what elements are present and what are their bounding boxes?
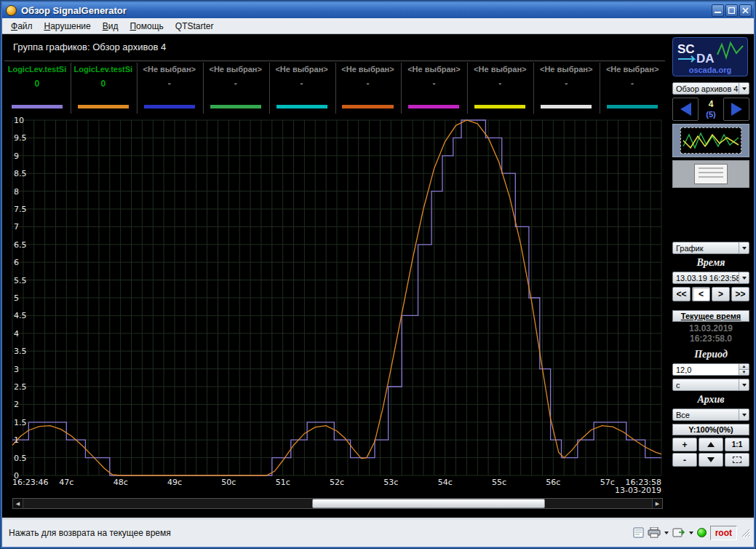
legend-parameter[interactable]: <Не выбран>- [335,63,401,114]
archive-combo[interactable]: Все [672,408,749,421]
menu-qtstarter[interactable]: QTStarter [170,19,220,33]
scroll-right-icon[interactable]: ▶ [652,499,662,508]
pan-up-button[interactable] [699,438,723,451]
period-spinbox[interactable]: 12,0 ▲ ▼ [672,363,749,376]
maximize-button[interactable] [725,4,738,17]
print-dropdown-icon[interactable] [664,532,669,537]
svg-text:6: 6 [14,258,19,267]
chart-horizontal-scrollbar[interactable]: ◀ ▶ [12,498,663,509]
parameter-value: - [565,79,568,89]
chevron-down-icon [739,242,749,253]
menu-file[interactable]: Файл [5,19,39,33]
legend-parameter[interactable]: <Не выбран>- [202,63,268,114]
logo-site: oscada.org [689,66,732,74]
zoom-in-button[interactable]: + [672,438,697,451]
svg-text:53с: 53с [383,478,398,487]
print-icon[interactable] [648,527,661,538]
svg-text:16:23:46: 16:23:46 [12,478,48,487]
menu-violation[interactable]: Нарушение [39,19,97,33]
scroll-left-icon[interactable]: ◀ [13,499,23,508]
spin-up-icon[interactable]: ▲ [739,364,749,369]
group-select-combo[interactable]: Обзор архивов 4 [672,82,749,95]
alarm-status-led[interactable] [697,528,707,537]
page-indicator: 4 (5) [699,98,723,121]
pan-down-button[interactable] [699,453,723,467]
spinbox-buttons: ▲ ▼ [739,364,749,375]
legend-parameter[interactable]: <Не выбран>- [400,63,466,114]
messages-doc-icon[interactable] [633,527,644,538]
svg-text:7: 7 [14,222,19,232]
legend-parameter[interactable]: LogicLev.testSi0 [70,63,136,114]
svg-text:52с: 52с [330,478,344,487]
svg-text:3.5: 3.5 [14,347,27,356]
oscada-logo: SC DA oscada.org [672,37,749,79]
close-icon [742,7,749,14]
time-far-back-button[interactable]: << [672,287,691,301]
arrow-right-icon [731,103,742,116]
parameter-value: 0 [35,79,40,89]
svg-text:2: 2 [14,400,19,409]
time-far-forward-button[interactable]: >> [731,287,749,301]
svg-text:10: 10 [14,116,24,125]
svg-text:57с: 57с [600,478,615,487]
menu-view[interactable]: Вид [97,19,124,33]
resize-grip[interactable] [741,528,750,537]
time-navigation: << < > >> [672,287,749,301]
time-forward-button[interactable]: > [712,287,730,301]
export-icon[interactable] [672,527,685,538]
svg-text:56с: 56с [546,478,560,487]
parameter-color-bar [276,105,327,108]
page-navigation: 4 (5) [672,98,749,121]
trend-group-panel: Группа графиков: Обзор архивов 4 LogicLe… [2,34,667,518]
legend-parameter[interactable]: <Не выбран>- [136,63,202,114]
parameter-value: 0 [101,79,106,89]
time-back-button[interactable]: < [692,287,710,301]
trend-chart-canvas[interactable]: 109.598.587.576.565.554.543.532.521.510.… [12,114,662,494]
legend-parameter[interactable]: <Не выбран>- [268,63,335,114]
titlebar[interactable]: Обзор SignalGenerator [2,2,754,18]
scrollbar-thumb[interactable] [312,499,545,508]
export-dropdown-icon[interactable] [689,532,693,537]
svg-text:50с: 50с [221,478,236,487]
view-mode-value: График [676,244,739,253]
time-select-combo[interactable]: 13.03.19 16:23:58 [672,272,749,284]
selection-box-icon [733,457,741,463]
legend-parameter[interactable]: LogicLev.testSi0 [4,63,70,114]
period-unit-combo[interactable]: с [672,379,749,391]
fit-selection-button[interactable] [725,453,749,467]
statusbar: Нажать для возврата на текущее время roo… [2,518,754,547]
svg-text:8: 8 [14,187,19,197]
trend-thumbnail-selected[interactable] [672,124,749,157]
parameter-value: - [301,79,303,89]
scale-1to1-button[interactable]: 1:1 [725,438,749,451]
zoom-out-button[interactable]: - [672,453,697,467]
scrollbar-track[interactable] [23,499,652,508]
view-mode-combo[interactable]: График [672,242,749,254]
svg-text:6.5: 6.5 [14,240,27,250]
legend-parameter[interactable]: <Не выбран>- [533,63,599,114]
parameter-color-bar [342,105,393,108]
prev-page-button[interactable] [672,98,699,121]
svg-text:49с: 49с [167,478,182,487]
minimize-button[interactable] [712,4,724,17]
svg-text:1.5: 1.5 [14,418,27,427]
arrow-up-icon [707,442,715,447]
spin-down-icon[interactable]: ▼ [739,369,749,375]
close-button[interactable] [739,4,752,17]
svg-text:9: 9 [14,151,19,161]
parameter-value: - [432,79,435,89]
trend-chart[interactable]: 109.598.587.576.565.554.543.532.521.510.… [2,114,667,496]
svg-text:1: 1 [14,435,19,445]
current-user[interactable]: root [710,526,737,540]
arrow-left-icon [680,103,691,116]
minimize-icon [715,7,721,14]
legend-parameter[interactable]: <Не выбран>- [599,63,665,114]
y-scale-label: Y:100%(0%) [672,424,749,435]
legend-parameter[interactable]: <Не выбран>- [466,63,533,114]
menu-help[interactable]: Помощь [124,19,169,33]
parameter-color-bar [541,105,592,108]
time-section-label: Время [672,257,749,269]
next-page-button[interactable] [723,98,749,121]
document-thumbnail[interactable] [672,160,749,188]
parameter-name: <Не выбран> [474,65,526,74]
